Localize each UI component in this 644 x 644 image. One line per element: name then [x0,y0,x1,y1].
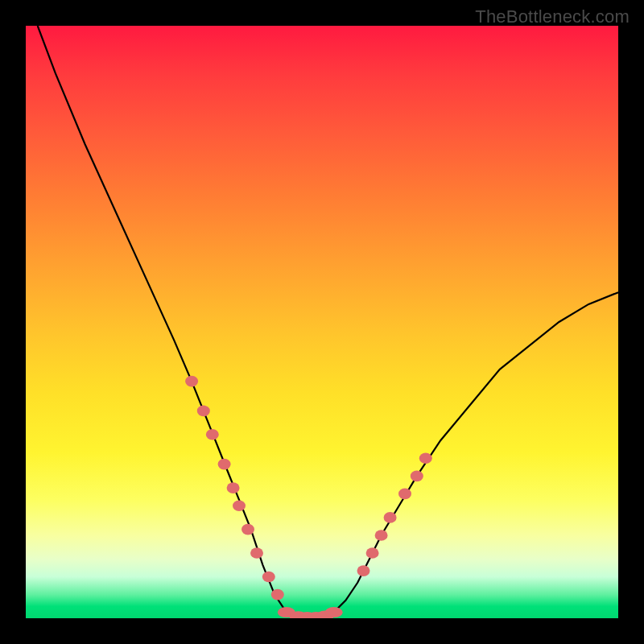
curve-layer [26,26,618,618]
data-markers [185,376,432,618]
marker-dot [411,471,423,482]
marker-dot [384,512,397,523]
marker-dot [375,530,388,541]
marker-dot [271,589,284,601]
marker-dot [233,500,246,511]
plot-area [26,26,618,618]
marker-dot [197,406,210,417]
watermark-text: TheBottleneck.com [475,6,630,27]
marker-dot [419,453,432,464]
chart-frame: TheBottleneck.com [0,0,644,644]
marker-dot [398,489,411,500]
marker-dot [227,482,240,493]
marker-dot [185,376,198,387]
bottleneck-curve [38,26,618,618]
marker-dot [262,572,275,583]
marker-dot [206,429,219,440]
marker-dot [242,524,254,535]
marker-dot [218,459,231,470]
marker-dot [357,565,370,576]
marker-dot [250,547,263,559]
marker-dot [366,547,379,559]
marker-dot [325,607,343,617]
